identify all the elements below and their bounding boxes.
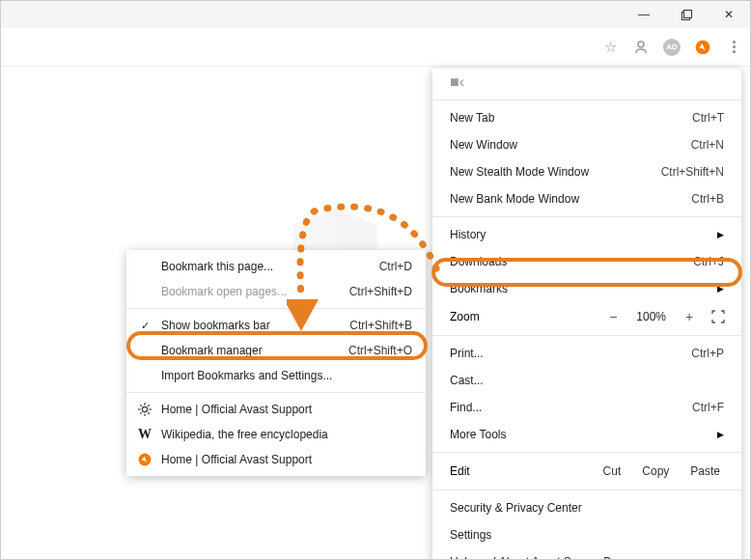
minimize-button[interactable]: — xyxy=(623,1,665,28)
kebab-icon xyxy=(733,41,736,53)
camera-icon: ■‹ xyxy=(450,73,464,91)
bookmark-link-3[interactable]: Home | Official Avast Support xyxy=(126,447,426,472)
svg-point-4 xyxy=(142,406,147,411)
menu-zoom: Zoom − 100% + xyxy=(432,302,741,331)
menu-new-stealth[interactable]: New Stealth Mode WindowCtrl+Shift+N xyxy=(432,158,741,185)
separator xyxy=(126,308,426,309)
close-button[interactable]: ✕ xyxy=(708,1,750,28)
submenu-show-bar[interactable]: ✓Show bookmarks bar Ctrl+Shift+B xyxy=(126,313,426,338)
separator xyxy=(432,452,741,453)
menu-new-tab[interactable]: New TabCtrl+T xyxy=(432,104,741,131)
window-titlebar: — ✕ xyxy=(1,1,750,28)
menu-print[interactable]: Print...Ctrl+P xyxy=(432,340,741,367)
maximize-button[interactable] xyxy=(665,1,708,28)
bookmark-star-icon[interactable]: ☆ xyxy=(601,39,619,56)
submenu-bookmark-open: Bookmark open pages... Ctrl+Shift+D xyxy=(126,279,426,304)
svg-rect-1 xyxy=(683,10,691,17)
menu-cast[interactable]: Cast... xyxy=(432,367,741,394)
svg-point-2 xyxy=(638,42,644,47)
menu-edit: Edit Cut Copy Paste xyxy=(432,457,741,486)
fullscreen-icon xyxy=(711,310,725,323)
chevron-right-icon: ▶ xyxy=(717,430,724,439)
edit-label: Edit xyxy=(450,464,470,478)
zoom-in-button[interactable]: + xyxy=(678,305,701,328)
chevron-right-icon: ▶ xyxy=(717,230,724,239)
bookmarks-submenu: Bookmark this page... Ctrl+D Bookmark op… xyxy=(126,250,426,476)
menu-security[interactable]: Security & Privacy Center xyxy=(432,494,741,521)
zoom-out-button[interactable]: − xyxy=(601,305,625,328)
menu-settings[interactable]: Settings xyxy=(432,521,741,548)
check-icon: ✓ xyxy=(136,320,153,332)
zoom-value: 100% xyxy=(630,310,672,323)
zoom-label: Zoom xyxy=(450,310,480,323)
menu-bookmarks[interactable]: Bookmarks▶ xyxy=(432,275,741,302)
submenu-import[interactable]: Import Bookmarks and Settings... xyxy=(126,363,426,388)
separator xyxy=(432,99,741,100)
svg-line-12 xyxy=(148,405,150,406)
menu-new-window[interactable]: New WindowCtrl+N xyxy=(432,131,741,158)
menu-help[interactable]: Help and About Avast Secure Browser▶ xyxy=(432,548,741,560)
fullscreen-button[interactable] xyxy=(707,305,730,328)
separator xyxy=(126,392,426,393)
menu-downloads[interactable]: DownloadsCtrl+J xyxy=(432,248,741,275)
wikipedia-icon: W xyxy=(136,427,153,442)
avast-icon[interactable] xyxy=(694,39,711,56)
separator xyxy=(432,335,741,336)
separator xyxy=(432,490,741,490)
camera-row[interactable]: ■‹ xyxy=(432,69,741,96)
main-menu: ■‹ New TabCtrl+T New WindowCtrl+N New St… xyxy=(432,69,741,560)
cut-button[interactable]: Cut xyxy=(594,461,631,482)
menu-more-tools[interactable]: More Tools▶ xyxy=(432,421,741,448)
maximize-icon xyxy=(681,10,692,20)
browser-toolbar: ☆ AD xyxy=(1,28,750,67)
copy-button[interactable]: Copy xyxy=(632,461,679,482)
gear-icon xyxy=(136,403,153,416)
menu-find[interactable]: Find...Ctrl+F xyxy=(432,394,741,421)
separator xyxy=(432,216,741,217)
svg-line-9 xyxy=(140,405,142,406)
extension-icon-1[interactable] xyxy=(632,39,650,56)
chevron-right-icon: ▶ xyxy=(717,284,724,294)
submenu-bookmark-manager[interactable]: Bookmark manager Ctrl+Shift+O xyxy=(126,338,426,363)
adblock-icon[interactable]: AD xyxy=(663,39,681,56)
bookmark-link-1[interactable]: Home | Official Avast Support xyxy=(126,397,426,422)
avast-favicon xyxy=(136,453,153,466)
menu-button[interactable] xyxy=(725,39,742,56)
svg-line-11 xyxy=(140,412,142,414)
bookmark-link-2[interactable]: WWikipedia, the free encyclopedia xyxy=(126,422,426,447)
menu-new-bank[interactable]: New Bank Mode WindowCtrl+B xyxy=(432,185,741,212)
menu-history[interactable]: History▶ xyxy=(432,221,741,248)
submenu-bookmark-page[interactable]: Bookmark this page... Ctrl+D xyxy=(126,254,426,279)
svg-line-10 xyxy=(148,412,150,414)
paste-button[interactable]: Paste xyxy=(681,461,730,482)
